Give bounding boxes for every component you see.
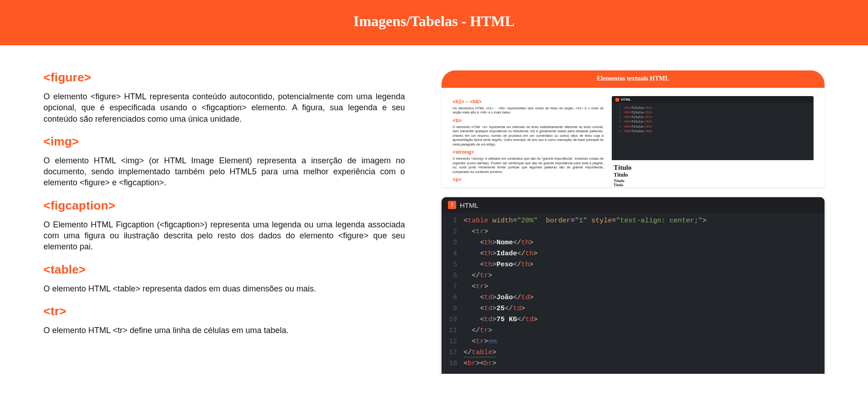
- title-h4: Título: [614, 183, 814, 187]
- code-line: 5 <th>Peso</th>: [442, 259, 825, 270]
- mini-editor-tab-label: HTML: [621, 97, 631, 102]
- code-line: 1<table width="20%" border="1" style="te…: [442, 215, 825, 226]
- code-line: 12 <tr>•••: [442, 336, 825, 347]
- title-h3: Título: [614, 178, 814, 183]
- code-line: 8 <td>João</td>: [442, 292, 825, 303]
- section-tr-body: O elemento HTML <tr> define uma linha de…: [43, 325, 405, 336]
- code-line: 11 </tr>: [442, 325, 825, 336]
- preview-header: Elementos textuais HTML: [442, 70, 825, 88]
- preview-body: <h1> – <h6> Os elementos HTML <h1> – <h6…: [442, 88, 825, 187]
- html-icon: [615, 98, 619, 102]
- code-line: 17</table>: [442, 347, 825, 358]
- page-title: Imagens/Tabelas - HTML: [0, 13, 868, 30]
- editor-tab-label: HTML: [460, 201, 479, 209]
- code-line: 6 </tr>: [442, 270, 825, 281]
- mini-editor-code: 1<h1>Título</h1>2<h2>Título</h2>3<h3>Tít…: [612, 103, 814, 136]
- preview-strong-body: O elemento <strong> é utilizado em conte…: [453, 156, 604, 174]
- page-header: Imagens/Tabelas - HTML: [0, 0, 868, 45]
- title-h1: Título: [614, 164, 814, 172]
- section-figcaption-title: <figcaption>: [43, 199, 405, 213]
- section-tr-title: <tr>: [43, 304, 405, 318]
- code-line: 2 <tr>: [442, 226, 825, 237]
- preview-strong-title: <strong>: [453, 149, 604, 155]
- preview-h-body: Os elementos HTML <h1> – <h6> representa…: [453, 106, 604, 115]
- preview-b-title: <b>: [453, 118, 604, 123]
- left-column: <figure> O elemento <figure> HTML repres…: [43, 70, 405, 374]
- section-img-body: O elemento HTML <img> (or HTML Image Ele…: [43, 155, 405, 189]
- section-img-title: <img>: [43, 135, 405, 149]
- section-figure-body: O elemento <figure> HTML representa cont…: [43, 91, 405, 124]
- code-line: 9 <td>25</td>: [442, 303, 825, 314]
- html-icon: [448, 201, 456, 209]
- main-content: <figure> O elemento <figure> HTML repres…: [0, 45, 868, 374]
- mini-editor: HTML 1<h1>Título</h1>2<h2>Título</h2>3<h…: [612, 96, 814, 160]
- editor-tab[interactable]: HTML: [442, 197, 825, 213]
- code-line: 7 <tr>: [442, 281, 825, 292]
- preview-render-column: HTML 1<h1>Título</h1>2<h2>Título</h2>3<h…: [612, 96, 814, 187]
- preview-h-title: <h1> – <h6>: [453, 99, 604, 104]
- preview-card: Elementos textuais HTML <h1> – <h6> Os e…: [442, 70, 825, 187]
- section-table-body: O elemento HTML <table> representa dados…: [43, 283, 405, 294]
- editor-code[interactable]: 1<table width="20%" border="1" style="te…: [442, 213, 825, 374]
- right-column: Elementos textuais HTML <h1> – <h6> Os e…: [442, 70, 825, 374]
- code-line: 18<br><br>: [442, 358, 825, 369]
- section-figure-title: <figure>: [43, 70, 405, 85]
- section-figcaption-body: O Elemento HTML Figcaption (<figcaption>…: [43, 219, 405, 253]
- preview-p-title: <p>: [453, 177, 604, 182]
- preview-text-column: <h1> – <h6> Os elementos HTML <h1> – <h6…: [453, 96, 604, 187]
- code-line: 3 <th>Nome</th>: [442, 237, 825, 248]
- section-table-title: <table>: [43, 263, 405, 277]
- code-editor: HTML 1<table width="20%" border="1" styl…: [442, 197, 825, 374]
- rendered-titles: Título Título Título Título: [612, 164, 814, 187]
- title-h2: Título: [614, 172, 814, 178]
- code-line: 4 <th>Idade</th>: [442, 248, 825, 259]
- code-line: 10 <td>75 KG</td>: [442, 314, 825, 325]
- preview-b-body: O elemento HTML <b> representa um interv…: [453, 125, 604, 146]
- mini-editor-tab: HTML: [612, 96, 814, 103]
